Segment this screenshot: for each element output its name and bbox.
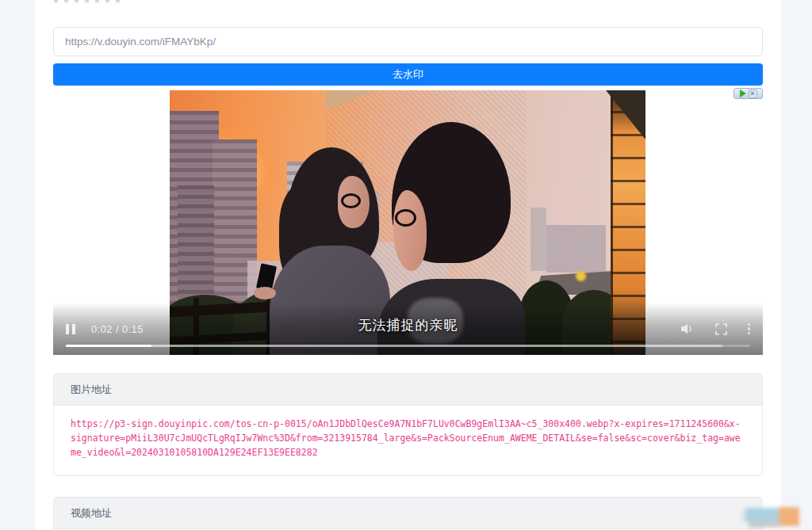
fullscreen-icon[interactable]: [715, 323, 727, 335]
pause-button[interactable]: [66, 324, 75, 334]
scene-glare: [576, 271, 586, 281]
scene-man-glasses: [395, 209, 416, 227]
badge-play-icon[interactable]: [740, 90, 746, 97]
main-content: 去水印: [35, 0, 781, 530]
scene-woman-glasses: [341, 193, 361, 208]
image-address-section: 图片地址 https://p3-sign.douyinpic.com/tos-c…: [53, 373, 763, 476]
progress-bar[interactable]: [66, 345, 750, 348]
section-title: 图片地址: [71, 383, 112, 397]
download-helper-badge[interactable]: ×: [733, 88, 763, 99]
scene-building: [530, 208, 546, 271]
section-body: https://p3-sign.douyinpic.com/tos-cn-p-0…: [54, 406, 762, 475]
remove-watermark-button[interactable]: 去水印: [53, 63, 763, 86]
scene-woman-hand: [254, 287, 276, 299]
image-url-link[interactable]: https://p3-sign.douyinpic.com/tos-cn-p-0…: [71, 417, 745, 459]
player-controls: 0:02 / 0:15: [66, 322, 750, 336]
blurred-watermark: [741, 505, 802, 530]
section-title: 视频地址: [71, 506, 112, 520]
clipped-text-fragment: [54, 0, 122, 2]
progress-played: [66, 345, 151, 348]
badge-close-icon[interactable]: ×: [749, 90, 757, 98]
video-address-section: 视频地址: [53, 497, 763, 529]
section-header: 图片地址: [54, 374, 762, 406]
volume-icon[interactable]: [680, 322, 695, 335]
scene-building: [546, 225, 606, 273]
video-url-input[interactable]: [53, 27, 763, 56]
time-display: 0:02 / 0:15: [91, 323, 144, 335]
video-player[interactable]: 无法捕捉的亲昵 0:02 / 0:15 ×: [53, 90, 763, 355]
progress-buffered: [66, 345, 722, 348]
section-header: 视频地址: [54, 498, 762, 529]
more-options-icon[interactable]: [748, 323, 751, 335]
